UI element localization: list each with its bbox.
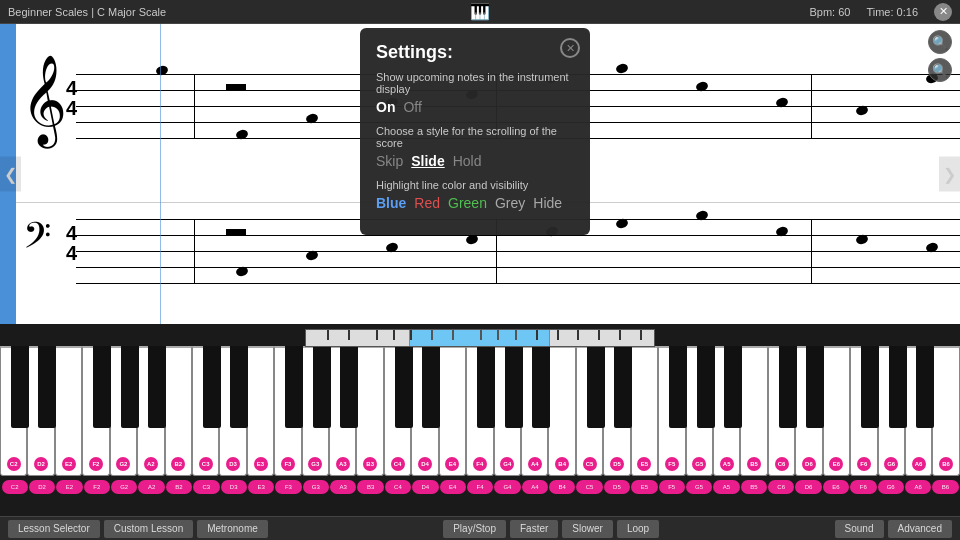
sound-button[interactable]: Sound [835,520,884,538]
key-a6[interactable] [905,346,932,476]
key-label: F2 [84,480,110,494]
scroll-left-button[interactable]: ❮ [0,157,21,192]
key-a4[interactable] [521,346,548,476]
key-d5[interactable] [603,346,630,476]
key-label: F5 [659,480,685,494]
skip-option[interactable]: Skip [376,153,403,169]
key-label: B3 [357,480,383,494]
time-display: Time: 0:16 [866,6,918,18]
key-label: G5 [686,480,712,494]
on-option[interactable]: On [376,99,395,115]
key-d2[interactable] [27,346,54,476]
scroll-style-label: Choose a style for the scrolling of the … [376,125,574,149]
green-option[interactable]: Green [448,195,487,211]
key-label: F6 [850,480,876,494]
slower-button[interactable]: Slower [562,520,613,538]
key-f3[interactable] [274,346,301,476]
key-label: C3 [193,480,219,494]
top-bar: Beginner Scales | C Major Scale 🎹 Bpm: 6… [0,0,960,24]
key-g3[interactable] [302,346,329,476]
zoom-in-button[interactable]: 🔍 [928,58,952,82]
settings-close-button[interactable]: ✕ [560,38,580,58]
key-g4[interactable] [494,346,521,476]
play-stop-button[interactable]: Play/Stop [443,520,506,538]
close-button[interactable]: ✕ [934,3,952,21]
settings-popup: Settings: Show upcoming notes in the ins… [360,28,590,235]
lesson-selector-button[interactable]: Lesson Selector [8,520,100,538]
key-d6[interactable] [795,346,822,476]
key-label: D3 [221,480,247,494]
key-label: D6 [795,480,821,494]
slide-option[interactable]: Slide [411,153,444,169]
key-f5[interactable] [658,346,685,476]
key-e3[interactable] [247,346,274,476]
key-label: G2 [111,480,137,494]
key-c2[interactable] [0,346,27,476]
settings-title: Settings: [376,42,574,63]
key-b5[interactable] [740,346,767,476]
key-g5[interactable] [686,346,713,476]
key-a2[interactable] [137,346,164,476]
key-b2[interactable] [165,346,192,476]
faster-button[interactable]: Faster [510,520,558,538]
key-label: C4 [385,480,411,494]
key-label: A3 [330,480,356,494]
top-bar-left: Beginner Scales | C Major Scale [8,6,166,18]
scroll-right-button[interactable]: ❯ [939,157,960,192]
key-c6[interactable] [768,346,795,476]
key-g6[interactable] [878,346,905,476]
bottom-bar: Lesson Selector Custom Lesson Metronome … [0,516,960,540]
key-label: A5 [713,480,739,494]
key-e4[interactable] [439,346,466,476]
key-f6[interactable] [850,346,877,476]
blue-option[interactable]: Blue [376,195,406,211]
on-off-options: On Off [376,99,574,115]
piano-keyboard-area: // Generate black keys dynamically (func… [0,346,960,516]
key-label: B5 [741,480,767,494]
zoom-controls: 🔍 🔍 [928,30,952,82]
key-label: G4 [494,480,520,494]
key-e2[interactable] [55,346,82,476]
key-d3[interactable] [219,346,246,476]
key-c4[interactable] [384,346,411,476]
grey-option[interactable]: Grey [495,195,525,211]
key-a5[interactable] [713,346,740,476]
treble-clef-symbol: 𝄞 [21,60,67,138]
bottom-left-buttons: Lesson Selector Custom Lesson Metronome [8,520,268,538]
key-label: E4 [440,480,466,494]
key-b3[interactable] [356,346,383,476]
loop-button[interactable]: Loop [617,520,659,538]
scroll-style-options: Skip Slide Hold [376,153,574,169]
off-option[interactable]: Off [403,99,421,115]
bottom-center-buttons: Play/Stop Faster Slower Loop [443,520,659,538]
key-b4[interactable] [548,346,575,476]
key-f2[interactable] [82,346,109,476]
key-d4[interactable] [411,346,438,476]
key-e6[interactable] [823,346,850,476]
custom-lesson-button[interactable]: Custom Lesson [104,520,193,538]
key-f4[interactable] [466,346,493,476]
metronome-button[interactable]: Metronome [197,520,268,538]
hold-option[interactable]: Hold [453,153,482,169]
key-label: C2 [2,480,28,494]
advanced-button[interactable]: Advanced [888,520,952,538]
mini-keyboard [305,329,655,347]
highlight-label: Highlight line color and visibility [376,179,574,191]
hide-option[interactable]: Hide [533,195,562,211]
key-label: D4 [412,480,438,494]
bottom-right-buttons: Sound Advanced [835,520,952,538]
key-g2[interactable] [110,346,137,476]
key-c3[interactable] [192,346,219,476]
mini-keyboard-right [550,330,654,346]
key-label: E2 [56,480,82,494]
breadcrumb: Beginner Scales | C Major Scale [8,6,166,18]
piano-keys[interactable]: // Generate black keys dynamically (func… [0,346,960,476]
key-e5[interactable] [631,346,658,476]
key-a3[interactable] [329,346,356,476]
zoom-out-button[interactable]: 🔍 [928,30,952,54]
key-label: F3 [275,480,301,494]
red-option[interactable]: Red [414,195,440,211]
key-b6[interactable] [932,346,959,476]
key-label: D2 [29,480,55,494]
key-c5[interactable] [576,346,603,476]
